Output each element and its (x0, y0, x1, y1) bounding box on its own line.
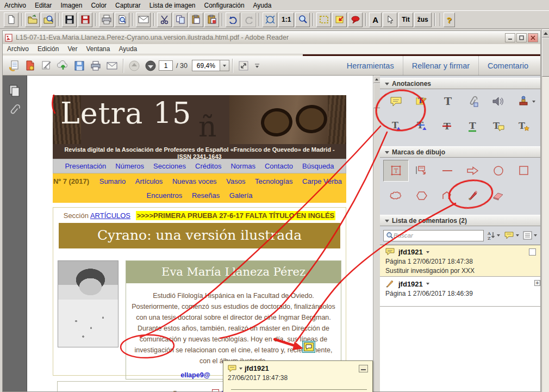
issue-tecnologias[interactable]: Tecnologías (255, 177, 292, 185)
filter-comments-button[interactable] (504, 231, 519, 240)
menu-ayuda[interactable]: Ayuda (249, 1, 276, 10)
nav-creditos[interactable]: Créditos (195, 162, 221, 170)
save-as-button[interactable] (78, 13, 92, 27)
help-button[interactable]: ? (444, 13, 455, 27)
page-number-input[interactable] (159, 60, 173, 71)
adobe-menu-ventana[interactable]: Ventana (82, 44, 114, 54)
line-tool[interactable] (434, 160, 460, 182)
callout-tool[interactable] (409, 160, 434, 182)
menu-color[interactable]: Color (86, 1, 111, 10)
attach-file-tool[interactable] (460, 91, 485, 113)
nav-busqueda[interactable]: Búsqueda (302, 162, 334, 170)
doc-scroll-up-button[interactable] (373, 76, 380, 83)
highlight-text-tool[interactable]: T (409, 91, 434, 113)
menu-configuracion[interactable]: Configuración (200, 1, 249, 10)
comment-menu-arrow[interactable] (426, 251, 429, 253)
pdf-create-button[interactable] (22, 58, 39, 73)
adobe-menu-ayuda[interactable]: Ayuda (114, 44, 141, 54)
strikethrough-tool[interactable]: T (434, 116, 460, 138)
issue-nuevas-voces[interactable]: Nuevas voces (172, 177, 217, 185)
one-to-one-button[interactable]: 1:1 (278, 13, 294, 27)
cut-button[interactable] (157, 13, 172, 27)
menu-lista-de-imagen[interactable]: Lista de imagen (145, 1, 200, 10)
zus-tool-button[interactable]: žus (414, 13, 432, 27)
page-thumbnails-button[interactable] (5, 82, 24, 99)
nav-numeros[interactable]: Números (115, 162, 144, 170)
app-scrollbar[interactable] (541, 29, 549, 392)
sort-comments-button[interactable]: AZ (488, 231, 500, 240)
nav-contacto[interactable]: Contacto (265, 162, 293, 170)
issue-vasos[interactable]: Vasos (226, 177, 245, 185)
open-preview-button[interactable] (41, 13, 55, 27)
sign-button[interactable] (39, 58, 55, 73)
cloud-upload-button[interactable] (55, 58, 71, 73)
scroll-thumb[interactable] (542, 38, 549, 77)
text-correction-tool[interactable]: T (511, 116, 536, 138)
fullscreen-button[interactable] (235, 58, 252, 73)
rectangle-tool[interactable] (511, 160, 536, 182)
issue-encuentros[interactable]: Encuentros (147, 191, 183, 200)
scroll-up-button[interactable] (542, 29, 549, 38)
note-popup[interactable]: jfd1921 27/06/2017 18:47:38 (223, 360, 373, 392)
tab-comentario[interactable]: Comentario (478, 56, 537, 75)
record-audio-tool[interactable] (485, 91, 511, 113)
cloud-tool[interactable] (383, 185, 409, 207)
menu-imagen[interactable]: Imagen (56, 1, 86, 10)
adobe-menu-ver[interactable]: Ver (63, 44, 82, 54)
magnifier-button[interactable] (295, 13, 310, 27)
comment-expand-button[interactable]: + (534, 280, 540, 286)
popup-minimize-button[interactable] (359, 365, 368, 372)
comment-item[interactable]: jfd1921 Página 1 27/06/2017 18:47:38 Sus… (380, 245, 540, 277)
callout-button[interactable] (348, 13, 363, 27)
print-preview-button[interactable] (115, 13, 129, 27)
stamp-tool[interactable] (511, 91, 536, 113)
replace-text-tool[interactable]: T (409, 116, 434, 138)
comment-checkbox[interactable] (529, 248, 536, 256)
copy-button[interactable] (173, 13, 188, 27)
next-page-button[interactable] (142, 58, 159, 73)
new-image-button[interactable] (4, 13, 18, 27)
menu-editar[interactable]: Editar (30, 1, 56, 10)
add-note-to-text-tool[interactable]: T (485, 116, 511, 138)
insert-text-tool[interactable]: T (383, 116, 409, 138)
adobe-menu-edicion[interactable]: Edición (33, 44, 63, 54)
polygon-tool[interactable] (409, 185, 434, 207)
search-input[interactable] (394, 232, 481, 239)
nav-secciones[interactable]: Secciones (153, 162, 186, 170)
minimize-button[interactable] (505, 33, 515, 42)
print-file-button[interactable] (88, 58, 104, 73)
pencil-tool[interactable] (460, 185, 485, 207)
oval-tool[interactable] (485, 160, 511, 182)
arrow-tool[interactable] (460, 160, 485, 182)
adobe-titlebar[interactable]: L15-07-11-Eva.Maria.Llaneza.Perez-Cyrano… (3, 31, 540, 44)
nav-normas[interactable]: Normas (230, 162, 255, 170)
maximize-button[interactable] (516, 33, 527, 42)
email-button[interactable] (136, 13, 151, 27)
toolbar-more-button[interactable] (252, 58, 263, 73)
title-tool-button[interactable]: Tit (398, 13, 413, 27)
sticky-note-tool[interactable] (383, 91, 409, 113)
annotations-header[interactable]: Anotaciones (380, 78, 540, 89)
nav-presentacion[interactable]: Presentación (65, 162, 106, 170)
note-menu-arrow[interactable] (239, 368, 242, 370)
comment-search-box[interactable] (383, 230, 484, 241)
comments-list-header[interactable]: Lista de comentarios (2) (380, 215, 540, 226)
text-tool-button[interactable]: A (369, 13, 382, 27)
comment-item[interactable]: jfd1921 + Página 1 27/06/2017 18:46:39 (380, 277, 540, 307)
doc-scroll-thumb[interactable] (373, 83, 380, 108)
paste-special-button[interactable] (204, 13, 219, 27)
add-text-tool[interactable]: T (434, 91, 460, 113)
issue-resenas[interactable]: Reseñas (192, 191, 220, 200)
select-region-button[interactable] (316, 13, 331, 27)
section-link[interactable]: ARTÍCULOS (90, 211, 130, 220)
issue-galeria[interactable]: Galería (229, 191, 253, 200)
cursor-tool-button[interactable] (383, 13, 397, 27)
comment-options-button[interactable] (523, 231, 537, 240)
comment-menu-arrow[interactable] (426, 283, 429, 285)
tab-rellenar-y-firmar[interactable]: Rellenar y firmar (403, 56, 478, 75)
underline-tool[interactable]: T (460, 116, 485, 138)
redo-button[interactable] (241, 13, 256, 27)
save-file-button[interactable] (71, 58, 88, 73)
attachments-button[interactable] (5, 102, 24, 119)
save-button[interactable] (62, 13, 77, 27)
